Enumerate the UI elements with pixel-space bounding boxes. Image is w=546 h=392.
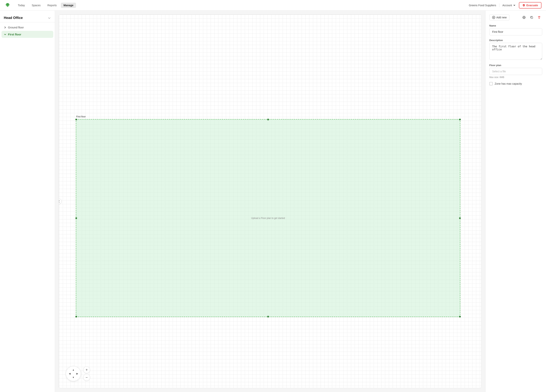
zoom-buttons: + −: [83, 367, 90, 381]
pan-right-button[interactable]: ▶: [75, 372, 79, 376]
handle-top-left[interactable]: [75, 119, 77, 120]
pan-down-button[interactable]: ▼: [71, 375, 75, 379]
navbar: Today Spaces Reports Manage Greens Food …: [0, 0, 546, 11]
floor-zone-label: First floor: [76, 115, 86, 118]
file-select[interactable]: Select a file: [489, 68, 542, 75]
logo[interactable]: [5, 2, 11, 8]
ground-floor-label: Ground floor: [8, 26, 24, 29]
shield-icon: [522, 4, 525, 7]
svg-point-2: [523, 17, 525, 18]
chevron-down-icon: [4, 33, 6, 36]
add-new-button[interactable]: Add new: [489, 14, 509, 20]
handle-bottom-mid[interactable]: [267, 316, 269, 317]
add-new-label: Add new: [496, 16, 507, 19]
nav-reports[interactable]: Reports: [45, 3, 59, 8]
delete-icon-button[interactable]: [536, 14, 542, 20]
evacuate-label: Evacuate: [526, 4, 538, 7]
description-textarea[interactable]: The first floor of the head office: [489, 43, 542, 60]
handle-mid-right[interactable]: [459, 217, 461, 219]
description-label: Description: [489, 39, 542, 42]
target-icon: [522, 16, 526, 19]
chevron-right-icon: [4, 26, 6, 29]
floor-zone[interactable]: First floor Upload a Floor plan to get s…: [76, 119, 460, 317]
account-menu[interactable]: Account: [502, 4, 516, 7]
sidebar: Head Office Ground floor First floor: [0, 11, 55, 392]
account-label: Account: [502, 4, 512, 7]
file-hint: Max size: 8MB: [489, 76, 542, 79]
name-input[interactable]: [489, 28, 542, 35]
description-group: Description The first floor of the head …: [489, 39, 542, 60]
nav-spaces[interactable]: Spaces: [29, 3, 43, 8]
zoom-out-button[interactable]: −: [83, 374, 90, 381]
svg-rect-3: [531, 17, 533, 19]
panel-icons: [521, 14, 542, 20]
handle-bottom-right[interactable]: [459, 316, 461, 317]
target-icon-button[interactable]: [521, 14, 527, 20]
max-capacity-label: Zone has max capacity: [495, 82, 522, 85]
name-group: Name: [489, 24, 542, 35]
nav-manage[interactable]: Manage: [61, 3, 76, 8]
location-name: Head Office: [4, 16, 23, 20]
trash-icon: [538, 16, 541, 19]
nav-links: Today Spaces Reports Manage: [15, 3, 469, 8]
zoom-in-button[interactable]: +: [83, 367, 90, 373]
toggle-sidebar-button[interactable]: [59, 199, 62, 204]
first-floor-label: First floor: [8, 33, 21, 36]
canvas-area: First floor Upload a Floor plan to get s…: [55, 11, 485, 392]
sidebar-item-first-floor[interactable]: First floor: [1, 31, 53, 38]
floor-plan-label: Floor plan: [489, 64, 542, 67]
sidebar-location: Head Office: [0, 14, 55, 22]
pan-up-button[interactable]: ▲: [71, 368, 75, 372]
file-placeholder: Select a file: [492, 70, 506, 73]
floor-zone-hint: Upload a Floor plan to get started: [251, 217, 285, 220]
copy-icon-button[interactable]: [529, 14, 535, 20]
sidebar-item-ground-floor[interactable]: Ground floor: [0, 24, 55, 31]
max-capacity-row: Zone has max capacity: [489, 82, 542, 85]
nav-right: Greens Food Suppliers Account Evacuate: [469, 2, 541, 8]
chevron-left-icon: [59, 200, 60, 203]
plus-circle-icon: [492, 16, 495, 19]
name-label: Name: [489, 24, 542, 27]
nav-divider: [499, 3, 499, 7]
chevron-down-icon[interactable]: [48, 16, 51, 20]
panel-header: Add new: [489, 14, 542, 20]
max-capacity-checkbox[interactable]: [489, 82, 493, 85]
zoom-controls: ▲ ▼ ◀ ▶ + −: [66, 366, 90, 381]
right-panel: Add new: [485, 11, 546, 392]
main-layout: Head Office Ground floor First floor: [0, 11, 546, 392]
handle-bottom-left[interactable]: [75, 316, 77, 317]
sidebar-divider: [0, 22, 55, 22]
pan-control: ▲ ▼ ◀ ▶: [66, 366, 81, 381]
handle-top-right[interactable]: [459, 119, 461, 120]
chevron-down-icon: [513, 4, 516, 7]
handle-mid-left[interactable]: [75, 217, 77, 219]
handle-top-mid[interactable]: [267, 119, 269, 120]
floor-plan-group: Floor plan Select a file Max size: 8MB: [489, 64, 542, 79]
pan-left-button[interactable]: ◀: [67, 372, 72, 376]
company-name: Greens Food Suppliers: [469, 4, 496, 7]
copy-icon: [530, 16, 533, 19]
nav-today[interactable]: Today: [15, 3, 27, 8]
canvas-container: First floor Upload a Floor plan to get s…: [59, 14, 481, 388]
evacuate-button[interactable]: Evacuate: [519, 2, 541, 8]
